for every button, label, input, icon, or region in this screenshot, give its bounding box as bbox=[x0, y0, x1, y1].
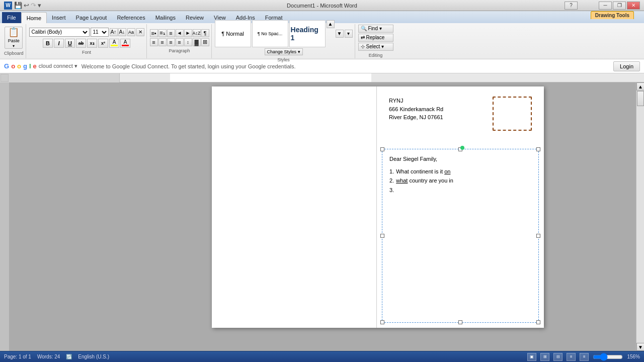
salutation: Dear Siegel Family, bbox=[389, 154, 531, 164]
border-button[interactable]: ⊞ bbox=[201, 38, 209, 46]
numbering-button[interactable]: ≡₁ bbox=[158, 29, 167, 37]
italic-button[interactable]: I bbox=[54, 39, 64, 48]
paste-button[interactable]: 📋 Paste ▾ bbox=[5, 27, 23, 49]
list-item-2: 2. what country are you in bbox=[389, 176, 531, 186]
titlebar-left: W 💾 ↩ ↷ ▾ bbox=[4, 2, 41, 10]
minimize-button[interactable]: ─ bbox=[599, 2, 612, 10]
letter-content: Dear Siegel Family, 1. What continent is… bbox=[382, 149, 538, 200]
style-heading1-button[interactable]: Heading 1 bbox=[289, 20, 326, 47]
tab-mailings[interactable]: Mailings bbox=[150, 12, 181, 23]
scroll-track[interactable] bbox=[636, 90, 644, 343]
handle-middle-right[interactable] bbox=[536, 234, 540, 238]
font-name-select[interactable]: Calibri (Body) bbox=[29, 28, 90, 37]
styles-group: ¶ Normal ¶ No Spac... Heading 1 ▲ ▼ ▾ Ch… bbox=[213, 24, 355, 58]
heading1-style-label: Heading 1 bbox=[291, 26, 324, 42]
style-normal-button[interactable]: ¶ Normal bbox=[215, 20, 251, 47]
decrease-indent-button[interactable]: ◄ bbox=[176, 29, 184, 37]
google-g: G bbox=[4, 62, 9, 70]
window-title: Document1 - Microsoft Word bbox=[287, 3, 357, 9]
customize-quick-access[interactable]: ▾ bbox=[38, 2, 41, 9]
sort-button[interactable]: A↕Z bbox=[193, 29, 201, 37]
replace-button[interactable]: ⇄ Replace bbox=[358, 34, 393, 42]
multilevel-button[interactable]: ≡ bbox=[167, 29, 175, 37]
align-row: ≡ ≡ ≡ ≡ ↕ ▓ ⊞ bbox=[150, 38, 209, 46]
help-button[interactable]: ? bbox=[565, 2, 578, 10]
select-button[interactable]: ⊹ Select ▾ bbox=[358, 43, 393, 51]
select-label: Select ▾ bbox=[366, 44, 384, 49]
redo-button[interactable]: ↷ bbox=[31, 2, 36, 9]
strikethrough-button[interactable]: ab bbox=[76, 39, 86, 48]
tab-references[interactable]: References bbox=[112, 12, 150, 23]
sender-name: RYNJ bbox=[389, 97, 443, 105]
handle-bottom-left[interactable] bbox=[380, 320, 384, 324]
login-button[interactable]: Login bbox=[613, 61, 640, 71]
font-color-button[interactable]: A bbox=[120, 39, 130, 48]
restore-button[interactable]: ❐ bbox=[613, 2, 626, 10]
change-styles-button[interactable]: Change Styles ▾ bbox=[265, 48, 303, 55]
google-l: l bbox=[29, 62, 31, 70]
shading-button[interactable]: ▓ bbox=[193, 38, 201, 46]
scroll-thumb[interactable] bbox=[637, 91, 644, 106]
align-right-button[interactable]: ≡ bbox=[167, 38, 175, 46]
page-right: RYNJ 666 Kinderkamack Rd River Edge, NJ … bbox=[377, 86, 544, 328]
view-draft-button[interactable]: ≡ bbox=[580, 353, 589, 361]
paragraph-buttons: ≡• ≡₁ ≡ ◄ ► A↕Z ¶ ≡ ≡ ≡ ≡ ↕ ▓ ⊞ bbox=[150, 29, 209, 46]
scroll-down-button[interactable]: ▼ bbox=[636, 343, 644, 351]
bullets-button[interactable]: ≡• bbox=[150, 29, 158, 37]
text-highlight-button[interactable]: A bbox=[109, 39, 119, 48]
spell-check-icon[interactable]: 🔃 bbox=[66, 354, 72, 359]
view-web-button[interactable]: ⊟ bbox=[553, 353, 562, 361]
styles-expand[interactable]: ▾ bbox=[345, 30, 353, 38]
show-marks-button[interactable]: ¶ bbox=[201, 29, 209, 37]
clear-formatting-button[interactable]: ✕ bbox=[136, 28, 144, 36]
view-outline-button[interactable]: ≡ bbox=[567, 353, 576, 361]
tab-review[interactable]: Review bbox=[181, 12, 209, 23]
style-no-space-button[interactable]: ¶ No Spac... bbox=[252, 20, 288, 47]
close-button[interactable]: ✕ bbox=[627, 2, 640, 10]
styles-scroll-up[interactable]: ▲ bbox=[327, 20, 335, 28]
font-row: Calibri (Body) 11 A↑ A↓ Aa ✕ bbox=[29, 28, 144, 37]
handle-top-left[interactable] bbox=[380, 147, 384, 151]
item1-text: What continent is it on bbox=[396, 167, 450, 176]
superscript-button[interactable]: x² bbox=[98, 39, 108, 48]
gcc-bar: Google cloud connect ▾ Welcome to Google… bbox=[0, 59, 644, 73]
handle-bottom-right[interactable] bbox=[536, 320, 540, 324]
tab-insert[interactable]: Insert bbox=[47, 12, 71, 23]
handle-bottom-middle[interactable] bbox=[458, 320, 462, 324]
zoom-slider[interactable] bbox=[593, 355, 623, 359]
scroll-up-button[interactable]: ▲ bbox=[636, 82, 644, 90]
bold-button[interactable]: B bbox=[43, 39, 53, 48]
tab-page-layout[interactable]: Page Layout bbox=[71, 12, 112, 23]
align-left-button[interactable]: ≡ bbox=[150, 38, 158, 46]
find-button[interactable]: 🔍 Find ▾ bbox=[358, 25, 393, 33]
font-size-select[interactable]: 11 bbox=[91, 28, 109, 37]
grow-font-button[interactable]: A↑ bbox=[110, 28, 118, 36]
handle-middle-left[interactable] bbox=[380, 234, 384, 238]
justify-button[interactable]: ≡ bbox=[176, 38, 184, 46]
paste-icon: 📋 bbox=[8, 27, 19, 38]
rotation-handle[interactable] bbox=[460, 146, 464, 150]
change-case-button[interactable]: Aa bbox=[127, 28, 135, 36]
gcc-logo: Google cloud connect ▾ bbox=[4, 62, 77, 70]
line-spacing-button[interactable]: ↕ bbox=[184, 38, 192, 46]
paste-dropdown[interactable]: ▾ bbox=[13, 44, 15, 48]
align-center-button[interactable]: ≡ bbox=[158, 38, 167, 46]
nospace-style-label: ¶ No Spac... bbox=[258, 31, 282, 36]
save-button[interactable]: 💾 bbox=[14, 2, 22, 9]
format-row: B I U ab x₂ x² A A bbox=[43, 39, 130, 48]
handle-top-right[interactable] bbox=[536, 147, 540, 151]
underline-button[interactable]: U bbox=[65, 39, 75, 48]
sender-address: RYNJ 666 Kinderkamack Rd River Edge, NJ … bbox=[389, 97, 443, 122]
styles-scroll-down[interactable]: ▼ bbox=[336, 30, 344, 38]
shrink-font-button[interactable]: A↓ bbox=[118, 28, 126, 36]
subscript-button[interactable]: x₂ bbox=[87, 39, 97, 48]
tab-home[interactable]: Home bbox=[21, 12, 47, 23]
view-fullscreen-button[interactable]: ⊞ bbox=[540, 353, 549, 361]
view-print-button[interactable]: ▣ bbox=[527, 353, 536, 361]
increase-indent-button[interactable]: ► bbox=[184, 29, 192, 37]
tab-file[interactable]: File bbox=[2, 12, 21, 23]
drawing-tools-tab[interactable]: Drawing Tools bbox=[591, 11, 634, 19]
undo-button[interactable]: ↩ bbox=[24, 2, 29, 9]
text-box[interactable]: Dear Siegel Family, 1. What continent is… bbox=[382, 149, 539, 323]
stamp-placeholder bbox=[493, 97, 532, 131]
